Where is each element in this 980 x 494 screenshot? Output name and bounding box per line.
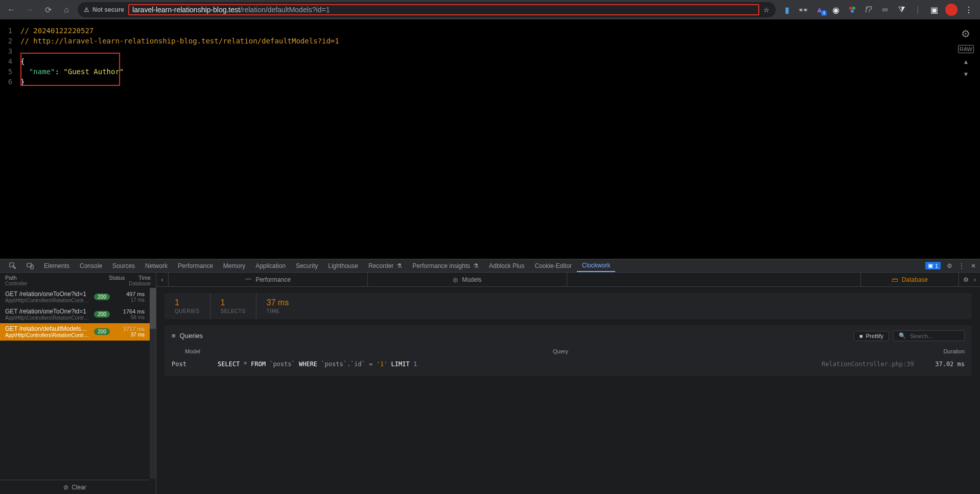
prettify-button[interactable]: ■ Prettify (854, 331, 889, 341)
panel-icon[interactable]: ▣ (929, 5, 939, 15)
collapse-icon[interactable]: ‹ (974, 276, 976, 283)
tab-insights[interactable]: Performance insights ⚗ (407, 259, 484, 272)
tab-clockwork[interactable]: Clockwork (577, 259, 615, 272)
collapse-up-icon[interactable]: ▲ (963, 58, 969, 65)
request-row[interactable]: GET /relation/oneToOne?id=1 App\Http\Con… (0, 288, 150, 306)
issues-badge[interactable]: ▣ 1 (925, 262, 941, 270)
tab-cookie[interactable]: Cookie-Editor (529, 259, 577, 272)
ext-icon-7[interactable]: ∞ (880, 5, 890, 15)
request-db: 37 ms (114, 332, 145, 338)
query-row[interactable]: Post SELECT * FROM `posts` WHERE `posts`… (172, 357, 965, 371)
col-duration: Duration (903, 348, 965, 354)
scrollbar[interactable] (150, 288, 156, 479)
svg-point-1 (852, 7, 855, 10)
code-area[interactable]: // 20240122220527 // http://laravel-lear… (20, 19, 339, 259)
svg-point-0 (849, 7, 852, 10)
pulse-icon: 〰 (245, 276, 251, 283)
devtools-panel: Elements Console Sources Network Perform… (0, 259, 980, 494)
tab-cw-models[interactable]: ◎ Models (368, 273, 567, 286)
request-path: GET /relation/defaultModels?id=1 (5, 325, 90, 332)
ext-icon-2[interactable]: 👓 (798, 5, 808, 15)
tab-cw-performance[interactable]: 〰 Performance (169, 273, 368, 286)
comment-line: // http://laravel-learn-relationship-blo… (20, 37, 339, 45)
browser-toolbar: ← → ⟳ ⌂ ⚠ Not secure laravel-learn-relat… (0, 0, 980, 19)
stats-row: 1 QUERIES1 SELECTS37 ms TIME (165, 293, 972, 319)
line-number: 6 (0, 77, 20, 87)
scrollbar-thumb[interactable] (150, 288, 156, 329)
stat-item: 37 ms TIME (256, 293, 299, 319)
header-controller: Controller (5, 281, 98, 286)
menu-icon[interactable]: ⋮ (964, 5, 974, 15)
ext-icon-1[interactable]: ▮ (782, 5, 792, 15)
home-button[interactable]: ⌂ (59, 3, 74, 17)
request-time: 497 ms (114, 291, 145, 297)
extensions-icon[interactable]: ⧩ (896, 5, 906, 15)
raw-icon[interactable]: RAW (958, 45, 974, 53)
tab-network[interactable]: Network (140, 259, 173, 272)
close-icon[interactable]: ✕ (971, 262, 976, 270)
settings-icon[interactable]: ⚙ (963, 276, 969, 283)
tab-recorder[interactable]: Recorder ⚗ (363, 259, 407, 272)
comment-line: // 20240122220527 (20, 27, 94, 35)
line-number: 5 (0, 66, 20, 77)
json-brace: { (20, 57, 25, 65)
tab-security[interactable]: Security (291, 259, 323, 272)
clear-label: Clear (72, 484, 86, 491)
search-input[interactable]: 🔍 Search... (893, 330, 965, 341)
tab-memory[interactable]: Memory (218, 259, 250, 272)
more-icon[interactable]: ⋮ (959, 262, 965, 270)
col-model: Model (172, 348, 218, 354)
prev-button[interactable]: ‹ (156, 273, 169, 286)
clear-button[interactable]: ⊘ Clear (0, 480, 150, 494)
request-row[interactable]: GET /relation/defaultModels?id=1 App\Htt… (0, 323, 150, 341)
request-list[interactable]: GET /relation/oneToOne?id=1 App\Http\Con… (0, 288, 150, 480)
flask-icon: ⚗ (473, 262, 479, 270)
tab-lighthouse[interactable]: Lighthouse (323, 259, 363, 272)
forward-button[interactable]: → (22, 3, 37, 17)
device-icon[interactable] (21, 259, 39, 272)
stat-value: 37 ms (267, 298, 289, 307)
tab-console[interactable]: Console (75, 259, 107, 272)
ext-icon-3[interactable]: ▲4 (814, 5, 825, 15)
gear-icon[interactable]: ⚙ (961, 28, 970, 40)
status-badge: 200 (94, 294, 110, 300)
json-brace: } (20, 78, 25, 86)
status-badge: 200 (94, 328, 110, 335)
tab-sources[interactable]: Sources (107, 259, 140, 272)
line-number: 4 (0, 56, 20, 66)
tab-adblock[interactable]: Adblock Plus (484, 259, 529, 272)
ext-icon-4[interactable]: ◉ (831, 5, 841, 15)
devtools-tabbar: Elements Console Sources Network Perform… (0, 259, 980, 273)
stat-label: TIME (267, 308, 289, 314)
database-icon: 🗃 (892, 276, 898, 283)
header-time: Time (129, 275, 151, 281)
ext-icon-6[interactable]: f? (864, 5, 874, 15)
profile-avatar[interactable] (945, 4, 958, 16)
tab-performance[interactable]: Performance (173, 259, 218, 272)
clockwork-topbar: ‹ 〰 Performance ◎ Models 🗃 Database ⚙ ‹ (156, 273, 980, 287)
clockwork-panel: Path Controller Status Time Database GET… (0, 273, 980, 494)
line-number: 2 (0, 36, 20, 46)
ext-icon-5[interactable] (847, 5, 857, 15)
url-bar[interactable]: ⚠ Not secure laravel-learn-relationship-… (78, 2, 776, 17)
sidebar-header: Path Controller Status Time Database (0, 273, 156, 288)
star-icon[interactable]: ☆ (763, 6, 769, 14)
reload-button[interactable]: ⟳ (41, 3, 55, 17)
request-path: GET /relation/oneToOne?id=1 (5, 308, 90, 315)
query-sql: SELECT * FROM `posts` WHERE `posts`.`id`… (218, 361, 822, 368)
inspect-icon[interactable] (4, 259, 21, 272)
security-indicator[interactable]: ⚠ Not secure (84, 6, 124, 13)
request-controller: App\Http\Controllers\RelationController@… (5, 332, 90, 338)
expand-down-icon[interactable]: ▼ (963, 71, 969, 78)
request-db: 17 ms (114, 297, 145, 303)
settings-icon[interactable]: ⚙ (947, 262, 952, 270)
header-database: Database (129, 281, 151, 286)
request-controller: App\Http\Controllers\RelationController@… (5, 298, 90, 303)
request-path: GET /relation/oneToOne?id=1 (5, 290, 90, 298)
back-button[interactable]: ← (4, 3, 18, 17)
tab-cw-database[interactable]: 🗃 Database (861, 273, 959, 286)
tab-application[interactable]: Application (250, 259, 291, 272)
stat-item: 1 SELECTS (211, 293, 256, 319)
tab-elements[interactable]: Elements (39, 259, 75, 272)
request-row[interactable]: GET /relation/oneToOne?id=1 App\Http\Con… (0, 306, 150, 323)
